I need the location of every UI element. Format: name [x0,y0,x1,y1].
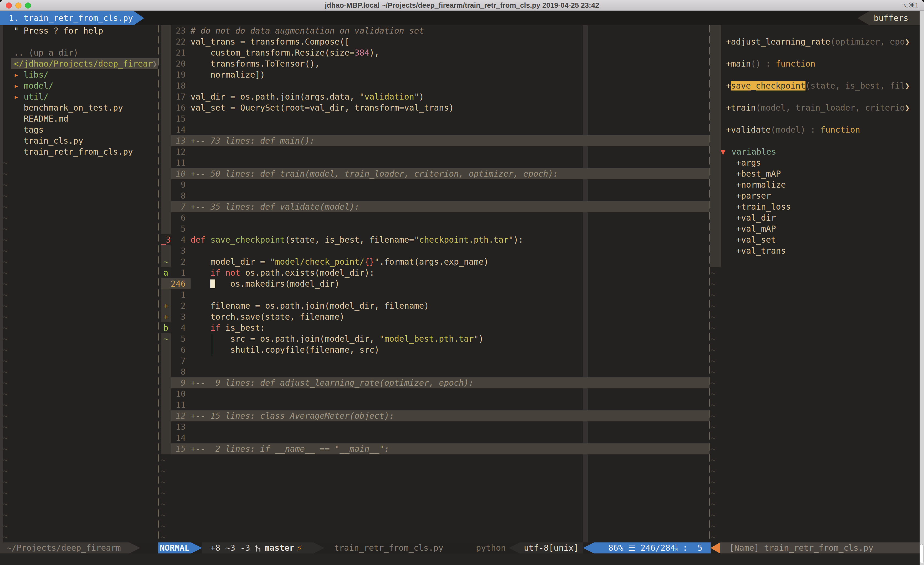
command-line[interactable] [0,553,924,565]
code-line[interactable]: 2+ filename = os.path.join(model_dir, fi… [0,301,710,311]
code-line[interactable]: 7 [0,355,710,367]
code-line[interactable]: 22val_trans = transforms.Compose([ [0,36,710,47]
fold-summary-text: +-- 50 lines: def train(model, train_loa… [190,168,558,179]
folded-code-line[interactable]: 15+-- 2 lines: if __name__ == "__main__"… [0,443,710,454]
scroll-percent: 86% [608,543,628,553]
tag-item[interactable]: +train(model, train_loader, criterio❯ [710,102,920,113]
tagbar-tilde-row: ~ [710,454,920,466]
empty-line-tilde: ~ [160,499,165,509]
syntax-token: " [414,92,419,102]
scrollbar-track[interactable] [920,11,924,565]
tag-item[interactable]: +validate(model) : function [710,124,920,135]
folded-code-line[interactable]: 9+-- 9 lines: def adjust_learning_rate(o… [0,377,710,388]
line-number: 8 [161,367,186,377]
code-line[interactable]: 11 [0,157,710,168]
syntax-token: " [270,257,275,266]
folded-code-line[interactable]: 12+-- 15 lines: class AverageMeter(objec… [0,410,710,421]
code-line[interactable]: 13 [0,421,710,433]
line-number: 15 [161,113,186,124]
tag-item[interactable]: +best_mAP [710,168,920,179]
code-line[interactable]: 14 [0,124,710,135]
editor-tilde-row: ~ [0,509,710,520]
editor-tilde-row: ~ [0,499,710,509]
syntax-token: 384 [354,48,369,57]
code-line[interactable]: 1 [0,289,710,301]
code-line[interactable]: 4_3def save_checkpoint(state, is_best, f… [0,234,710,245]
tabline: 1. train_retr_from_cls.py buffers [0,11,924,25]
folded-code-line[interactable]: 13+-- 73 lines: def main(): [0,135,710,146]
tagbar-tilde-row: ~ [710,532,920,542]
code-line[interactable]: 17val_dir = os.path.join(args.data, "val… [0,91,710,102]
git-branch-name: master [264,542,294,553]
syntax-token: (state, is_best, fil [806,81,905,90]
tagbar-tilde-row: ~ [710,520,920,532]
tag-item[interactable]: +val_trans [710,245,920,256]
code-text: model_dir = "model/check_point/{}".forma… [190,256,489,267]
code-line[interactable]: 8 [0,367,710,377]
code-line[interactable]: 18 [0,80,710,91]
code-line[interactable]: 8 [0,190,710,201]
syntax-token: if [210,268,220,278]
empty-line-tilde: ~ [160,509,165,520]
powerline-arrow-icon [583,542,594,553]
tag-item[interactable]: +main() : function [710,58,920,69]
tag-item[interactable]: +save_checkpoint(state, is_best, fil❯ [710,80,920,91]
syntax-token: .format(args.exp_name) [379,257,488,266]
code-line[interactable]: 19 normalize]) [0,69,710,80]
tag-item[interactable]: ▼variables [710,146,920,157]
syntax-token: ): [513,235,524,245]
code-line[interactable]: 12 [0,146,710,157]
syntax-token: ❯ [905,81,910,90]
code-line[interactable]: 6 [0,212,710,223]
code-line[interactable]: 20 transforms.ToTensor(), [0,58,710,69]
tag-item[interactable]: +adjust_learning_rate(optimizer, epo❯ [710,36,920,47]
tagbar-tilde-row: ~ [710,487,920,499]
tag-item[interactable]: +val_mAP [710,223,920,234]
code-line[interactable]: 9 [0,179,710,190]
tag-variable-label: +val_set [736,234,776,245]
syntax-token: val_set = QuerySet(root=val_dir, transfo… [190,103,454,113]
tag-item[interactable]: +val_dir [710,212,920,223]
code-line[interactable]: 3 [0,245,710,256]
code-line[interactable]: 4b if is_best: [0,322,710,334]
syntax-token: +adjust_learning_rate [726,37,830,47]
line-number: 14 [161,124,186,135]
gutter-sign: + [161,311,171,322]
tagbar-tilde-row: ~ [710,367,920,377]
code-line[interactable]: 16val_set = QuerySet(root=val_dir, trans… [0,102,710,113]
tab-label[interactable]: 1. train_retr_from_cls.py [9,11,133,25]
code-line[interactable]: 246 os.makedirs(model_dir) [0,278,710,289]
tag-item[interactable]: +args [710,157,920,168]
code-text: val_trans = transforms.Compose([ [190,36,350,47]
syntax-token: + [726,81,731,90]
code-line[interactable]: 23# do not do data augmentation on valid… [0,25,710,36]
code-line[interactable]: 5 [0,223,710,234]
line-number: 10 [161,168,186,179]
line-number: 13 [161,135,186,146]
folded-code-line[interactable]: 7+-- 35 lines: def validate(model): [0,201,710,212]
tag-variable-label: +val_trans [736,245,786,256]
tag-item[interactable]: +parser [710,190,920,201]
powerline-arrow-icon [314,542,324,553]
code-line[interactable]: 21 custom_transform.Resize(size=384), [0,47,710,58]
code-line[interactable]: 10 [0,388,710,400]
folded-code-line[interactable]: 10+-- 50 lines: def train(model, train_l… [0,168,710,179]
code-line[interactable]: 1a if not os.path.exists(model_dir): [0,267,710,278]
tag-item [710,113,920,124]
scrollbar-thumb[interactable] [920,544,924,563]
code-line[interactable]: 14 [0,433,710,443]
code-line[interactable]: 6 shutil.copyfile(filename, src) [0,344,710,355]
empty-line-tilde: ~ [160,454,165,466]
tag-item[interactable]: +train_loss [710,201,920,212]
code-line[interactable]: 2~ model_dir = "model/check_point/{}".fo… [0,256,710,267]
empty-line-tilde: ~ [711,322,716,334]
line-number: 23 [161,25,186,36]
syntax-token: {} [364,257,374,266]
tag-item[interactable]: +normalize [710,179,920,190]
syntax-token: (optimizer, epo [830,37,905,47]
code-line[interactable]: 15 [0,113,710,124]
code-line[interactable]: 5~ src = os.path.join(model_dir, "model_… [0,334,710,344]
code-line[interactable]: 3+ torch.save(state, filename) [0,311,710,322]
tag-item[interactable]: +val_set [710,234,920,245]
code-line[interactable]: 11 [0,400,710,410]
